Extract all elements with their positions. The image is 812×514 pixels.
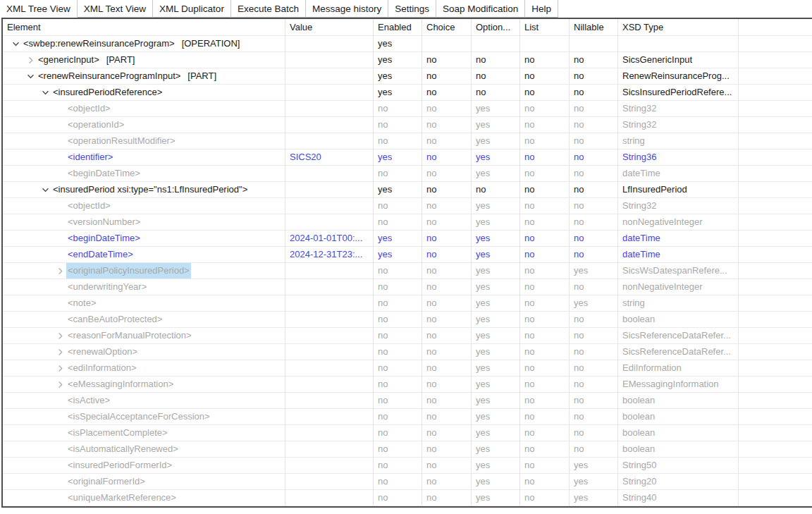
element-cell[interactable]: <canBeAutoProtected> bbox=[3, 312, 285, 328]
tree-row[interactable]: <insuredPeriodFormerId> no no yes no yes… bbox=[3, 458, 812, 474]
element-cell[interactable]: <isActive> bbox=[3, 393, 285, 409]
tree-row[interactable]: <beginDateTime> no no yes no no dateTime bbox=[3, 166, 812, 182]
value-cell[interactable] bbox=[285, 441, 374, 458]
tree-row[interactable]: <versionNumber> no no yes no no nonNegat… bbox=[3, 214, 812, 231]
element-cell[interactable]: <beginDateTime> bbox=[3, 231, 285, 247]
tree-row[interactable]: <reasonForManualProtection> no no yes no… bbox=[3, 328, 812, 344]
chevron-down-icon[interactable] bbox=[24, 71, 37, 82]
value-cell[interactable] bbox=[285, 474, 374, 490]
value-cell[interactable] bbox=[285, 198, 374, 214]
value-cell[interactable] bbox=[285, 425, 374, 441]
enabled-cell[interactable]: no bbox=[374, 328, 422, 344]
tree-row[interactable]: <endDateTime> 2024-12-31T23:... yes no y… bbox=[3, 247, 812, 263]
chevron-down-icon[interactable] bbox=[9, 38, 22, 49]
element-cell[interactable]: <note> bbox=[3, 295, 285, 312]
element-cell[interactable]: <genericInput> [PART] bbox=[3, 52, 285, 68]
element-cell[interactable]: <originalFormerId> bbox=[3, 474, 285, 490]
enabled-cell[interactable]: no bbox=[374, 166, 422, 182]
enabled-cell[interactable]: no bbox=[374, 101, 422, 117]
element-cell[interactable]: <renewReinsuranceProgramInput> [PART] bbox=[3, 68, 285, 85]
value-cell[interactable] bbox=[285, 68, 374, 85]
value-cell[interactable] bbox=[285, 117, 374, 133]
tab-xml-text-view[interactable]: XML Text View bbox=[78, 0, 153, 18]
tree-row[interactable]: <objectId> no no yes no no String32 bbox=[3, 101, 812, 117]
value-cell[interactable] bbox=[285, 166, 374, 182]
tree-row[interactable]: <renewReinsuranceProgramInput> [PART] ye… bbox=[3, 68, 812, 85]
tree-row[interactable]: <underwritingYear> no no yes no no nonNe… bbox=[3, 279, 812, 295]
enabled-cell[interactable]: yes bbox=[374, 231, 422, 247]
tree-row[interactable]: <isSpecialAcceptanceForCession> no no ye… bbox=[3, 409, 812, 425]
column-header-nillable[interactable]: Nillable bbox=[570, 19, 618, 36]
value-cell[interactable] bbox=[285, 328, 374, 344]
value-cell[interactable] bbox=[285, 490, 374, 506]
value-cell[interactable] bbox=[285, 360, 374, 377]
tree-row[interactable]: <isPlacementComplete> no no yes no no bo… bbox=[3, 425, 812, 441]
value-cell[interactable] bbox=[285, 409, 374, 425]
chevron-right-icon[interactable] bbox=[54, 265, 66, 276]
column-header-value[interactable]: Value bbox=[285, 19, 374, 36]
tree-row[interactable]: <swbep:renewReinsuranceProgram> [OPERATI… bbox=[3, 36, 812, 52]
enabled-cell[interactable]: no bbox=[374, 425, 422, 441]
element-cell[interactable]: <renewalOption> bbox=[3, 344, 285, 360]
element-cell[interactable]: <operationId> bbox=[3, 117, 285, 133]
element-cell[interactable]: <objectId> bbox=[3, 101, 285, 117]
element-cell[interactable]: <insuredPeriod xsi:type="ns1:LfInsuredPe… bbox=[3, 182, 285, 198]
tree-row[interactable]: <operationId> no no yes no no String32 bbox=[3, 117, 812, 133]
value-cell[interactable] bbox=[285, 295, 374, 312]
enabled-cell[interactable]: no bbox=[374, 279, 422, 295]
value-cell[interactable] bbox=[285, 182, 374, 198]
value-cell[interactable] bbox=[285, 458, 374, 474]
chevron-right-icon[interactable] bbox=[54, 362, 66, 374]
value-cell[interactable] bbox=[285, 133, 374, 149]
enabled-cell[interactable]: no bbox=[374, 360, 422, 377]
value-cell[interactable]: SICS20 bbox=[285, 149, 374, 166]
element-cell[interactable]: <beginDateTime> bbox=[3, 166, 285, 182]
element-cell[interactable]: <versionNumber> bbox=[3, 214, 285, 231]
chevron-down-icon[interactable] bbox=[39, 87, 51, 98]
value-cell[interactable] bbox=[285, 377, 374, 393]
enabled-cell[interactable]: yes bbox=[374, 85, 422, 101]
value-cell[interactable]: 2024-01-01T00:... bbox=[285, 231, 374, 247]
tree-row[interactable]: <uniqueMarketReference> no no yes no yes… bbox=[3, 490, 812, 506]
chevron-down-icon[interactable] bbox=[39, 184, 51, 195]
enabled-cell[interactable]: no bbox=[374, 133, 422, 149]
element-cell[interactable]: <isAutomaticallyRenewed> bbox=[3, 441, 285, 458]
element-cell[interactable]: <originalPolicyInsuredPeriod> bbox=[3, 263, 285, 279]
tree-row[interactable]: <note> no no yes no yes string bbox=[3, 295, 812, 312]
tree-row[interactable]: <isActive> no no yes no no boolean bbox=[3, 393, 812, 409]
enabled-cell[interactable]: no bbox=[374, 490, 422, 506]
enabled-cell[interactable]: no bbox=[374, 474, 422, 490]
enabled-cell[interactable]: no bbox=[374, 198, 422, 214]
value-cell[interactable] bbox=[285, 263, 374, 279]
element-cell[interactable]: <reasonForManualProtection> bbox=[3, 328, 285, 344]
enabled-cell[interactable]: no bbox=[374, 312, 422, 328]
tree-row[interactable]: <originalFormerId> no no yes no yes Stri… bbox=[3, 474, 812, 490]
tree-row-selected[interactable]: <originalPolicyInsuredPeriod> no no yes … bbox=[3, 263, 812, 279]
tree-row[interactable]: <identifier> SICS20 yes no yes no no Str… bbox=[3, 149, 812, 166]
tree-row[interactable]: <isAutomaticallyRenewed> no no yes no no… bbox=[3, 441, 812, 458]
element-cell[interactable]: <isPlacementComplete> bbox=[3, 425, 285, 441]
element-cell[interactable]: <uniqueMarketReference> bbox=[3, 490, 285, 506]
tree-row[interactable]: <operationResultModifier> no no yes no n… bbox=[3, 133, 812, 149]
enabled-cell[interactable]: no bbox=[374, 263, 422, 279]
value-cell[interactable]: 2024-12-31T23:... bbox=[285, 247, 374, 263]
value-cell[interactable] bbox=[285, 214, 374, 231]
element-cell[interactable]: <endDateTime> bbox=[3, 247, 285, 263]
value-cell[interactable] bbox=[285, 344, 374, 360]
tree-row[interactable]: <ediInformation> no no yes no no EdiInfo… bbox=[3, 360, 812, 377]
column-header-xsd-type[interactable]: XSD Type bbox=[618, 19, 739, 36]
element-cell[interactable]: <eMessagingInformation> bbox=[3, 377, 285, 393]
tree-row[interactable]: <insuredPeriodReference> yes no no no no… bbox=[3, 85, 812, 101]
element-cell[interactable]: <operationResultModifier> bbox=[3, 133, 285, 149]
element-cell[interactable]: <swbep:renewReinsuranceProgram> [OPERATI… bbox=[3, 36, 285, 52]
element-cell[interactable]: <isSpecialAcceptanceForCession> bbox=[3, 409, 285, 425]
chevron-right-icon[interactable] bbox=[54, 346, 66, 357]
tree-row[interactable]: <objectId> no no yes no no String32 bbox=[3, 198, 812, 214]
tree-row[interactable]: <insuredPeriod xsi:type="ns1:LfInsuredPe… bbox=[3, 182, 812, 198]
tab-soap-modification[interactable]: Soap Modification bbox=[436, 0, 525, 18]
enabled-cell[interactable]: yes bbox=[374, 182, 422, 198]
enabled-cell[interactable]: yes bbox=[374, 36, 422, 52]
element-cell[interactable]: <ediInformation> bbox=[3, 360, 285, 377]
value-cell[interactable] bbox=[285, 279, 374, 295]
tree-row[interactable]: <eMessagingInformation> no no yes no no … bbox=[3, 377, 812, 393]
